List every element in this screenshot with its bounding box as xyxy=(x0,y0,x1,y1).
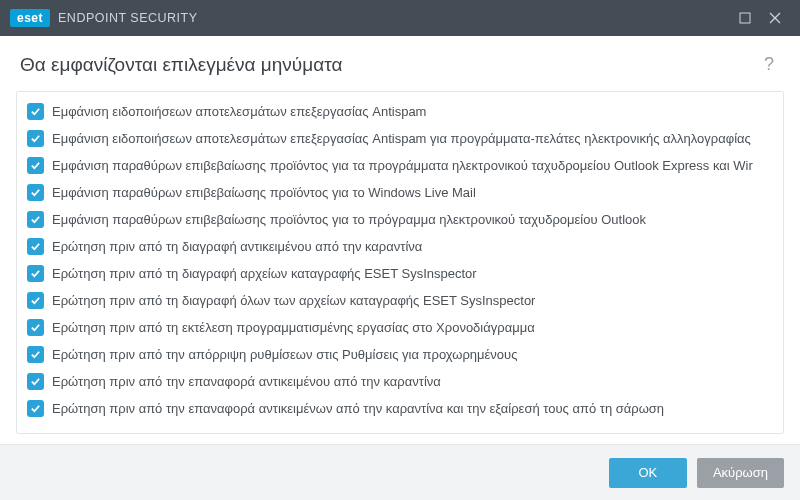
minimize-button[interactable] xyxy=(730,0,760,36)
list-item: Ερώτηση πριν από την απόρριψη ρυθμίσεων … xyxy=(27,341,779,368)
list-item: Ερώτηση πριν από τη εκτέλεση προγραμματι… xyxy=(27,314,779,341)
checkbox[interactable] xyxy=(27,211,44,228)
ok-button[interactable]: OK xyxy=(609,458,687,488)
list-item-label: Ερώτηση πριν από τη διαγραφή όλων των αρ… xyxy=(52,293,535,308)
list-item: Εμφάνιση παραθύρων επιβεβαίωσης προϊόντο… xyxy=(27,152,779,179)
page-title: Θα εμφανίζονται επιλεγμένα μηνύματα xyxy=(20,54,342,76)
list-item: Ερώτηση πριν από την επαναφορά αντικειμέ… xyxy=(27,395,779,417)
message-list-panel: Εμφάνιση ειδοποιήσεων αποτελεσμάτων επεξ… xyxy=(16,91,784,434)
list-item: Ερώτηση πριν από την επαναφορά αντικειμέ… xyxy=(27,368,779,395)
list-item-label: Ερώτηση πριν από την επαναφορά αντικειμέ… xyxy=(52,374,441,389)
list-item-label: Ερώτηση πριν από τη εκτέλεση προγραμματι… xyxy=(52,320,535,335)
checkbox[interactable] xyxy=(27,373,44,390)
checkbox[interactable] xyxy=(27,184,44,201)
checkbox[interactable] xyxy=(27,265,44,282)
dialog-header: Θα εμφανίζονται επιλεγμένα μηνύματα ? xyxy=(0,36,800,91)
close-button[interactable] xyxy=(760,0,790,36)
checkbox[interactable] xyxy=(27,319,44,336)
list-item: Εμφάνιση παραθύρων επιβεβαίωσης προϊόντο… xyxy=(27,179,779,206)
list-item-label: Ερώτηση πριν από τη διαγραφή αντικειμένο… xyxy=(52,239,422,254)
dialog-footer: OK Ακύρωση xyxy=(0,444,800,500)
checkbox[interactable] xyxy=(27,346,44,363)
checkbox[interactable] xyxy=(27,103,44,120)
list-item: Ερώτηση πριν από τη διαγραφή αρχείων κατ… xyxy=(27,260,779,287)
brand-text: ENDPOINT SECURITY xyxy=(58,11,198,25)
checkbox[interactable] xyxy=(27,157,44,174)
cancel-button[interactable]: Ακύρωση xyxy=(697,458,784,488)
list-item-label: Εμφάνιση ειδοποιήσεων αποτελεσμάτων επεξ… xyxy=(52,104,426,119)
list-item: Ερώτηση πριν από τη διαγραφή όλων των αρ… xyxy=(27,287,779,314)
list-item-label: Ερώτηση πριν από τη διαγραφή αρχείων κατ… xyxy=(52,266,477,281)
horizontal-scrollbar[interactable] xyxy=(27,417,773,429)
help-icon[interactable]: ? xyxy=(758,50,780,79)
checkbox[interactable] xyxy=(27,292,44,309)
list-item: Εμφάνιση ειδοποιήσεων αποτελεσμάτων επεξ… xyxy=(27,98,779,125)
list-item-label: Ερώτηση πριν από την απόρριψη ρυθμίσεων … xyxy=(52,347,517,362)
titlebar: eset ENDPOINT SECURITY xyxy=(0,0,800,36)
list-item: Εμφάνιση παραθύρων επιβεβαίωσης προϊόντο… xyxy=(27,206,779,233)
checkbox[interactable] xyxy=(27,400,44,417)
brand-badge: eset xyxy=(10,9,50,27)
message-list-scroll[interactable]: Εμφάνιση ειδοποιήσεων αποτελεσμάτων επεξ… xyxy=(17,92,783,417)
checkbox[interactable] xyxy=(27,238,44,255)
list-item: Ερώτηση πριν από τη διαγραφή αντικειμένο… xyxy=(27,233,779,260)
list-item-label: Εμφάνιση παραθύρων επιβεβαίωσης προϊόντο… xyxy=(52,185,476,200)
list-item-label: Εμφάνιση παραθύρων επιβεβαίωσης προϊόντο… xyxy=(52,158,753,173)
list-item-label: Εμφάνιση ειδοποιήσεων αποτελεσμάτων επεξ… xyxy=(52,131,751,146)
list-item: Εμφάνιση ειδοποιήσεων αποτελεσμάτων επεξ… xyxy=(27,125,779,152)
list-item-label: Εμφάνιση παραθύρων επιβεβαίωσης προϊόντο… xyxy=(52,212,646,227)
list-item-label: Ερώτηση πριν από την επαναφορά αντικειμέ… xyxy=(52,401,664,416)
checkbox[interactable] xyxy=(27,130,44,147)
svg-rect-0 xyxy=(740,13,750,23)
